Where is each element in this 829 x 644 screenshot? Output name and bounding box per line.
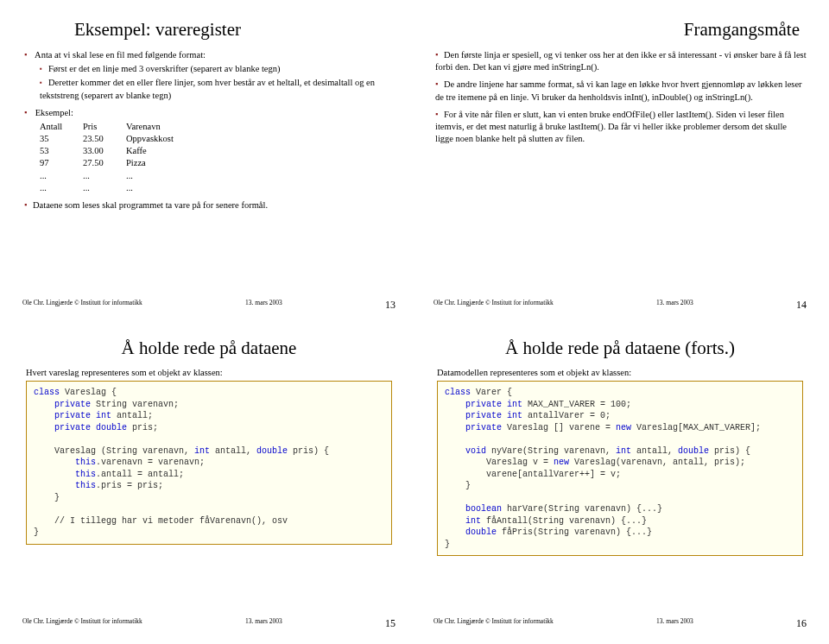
td: Kaffe: [126, 145, 230, 157]
slide-title: Framgangsmåte: [433, 19, 807, 41]
slide-content: Den første linja er spesiell, og vi tenk…: [433, 49, 807, 145]
td: 27.50: [83, 157, 126, 169]
slide-footer: Ole Chr. Lingjærde © Institutt for infor…: [433, 299, 807, 312]
td: 35: [40, 133, 83, 145]
slide-16: Å holde rede på dataene (forts.) Datamod…: [421, 329, 819, 634]
footer-date: 13. mars 2003: [656, 617, 693, 630]
slide-footer: Ole Chr. Lingjærde © Institutt for infor…: [22, 617, 396, 630]
table-row: 5333.00Kaffe: [40, 145, 396, 157]
example-table: AntallPrisVarenavn 3523.50Oppvaskkost 53…: [24, 121, 396, 194]
sub-bullet-text: Først er det en linje med 3 overskrifter…: [48, 64, 281, 73]
footer-author: Ole Chr. Lingjærde © Institutt for infor…: [22, 617, 142, 630]
table-row: .........: [40, 170, 396, 182]
td: ...: [83, 170, 126, 182]
bullet-text: Dataene som leses skal programmet ta var…: [33, 200, 268, 210]
footer-date: 13. mars 2003: [656, 299, 693, 312]
page-number: 16: [796, 617, 807, 630]
td: 33.00: [83, 145, 126, 157]
bullet: For å vite når filen er slutt, kan vi en…: [435, 109, 807, 146]
bullet: Dataene som leses skal programmet ta var…: [24, 199, 396, 212]
footer-date: 13. mars 2003: [245, 299, 282, 312]
bullet-text: Den første linja er spesiell, og vi tenk…: [435, 50, 807, 72]
table-row: .........: [40, 182, 396, 194]
bullet-text: Eksempel:: [35, 108, 73, 117]
slide-15: Å holde rede på dataene Hvert vareslag r…: [10, 329, 408, 634]
th: Pris: [83, 121, 126, 133]
page-number: 13: [385, 299, 396, 312]
td: 23.50: [83, 133, 126, 145]
footer-date: 13. mars 2003: [245, 617, 282, 630]
td: Oppvaskkost: [126, 133, 230, 145]
td: ...: [40, 170, 83, 182]
slide-intro: Datamodellen representeres som et objekt…: [437, 368, 807, 377]
slide-footer: Ole Chr. Lingjærde © Institutt for infor…: [433, 617, 807, 630]
slide-14: Framgangsmåte Den første linja er spesie…: [421, 10, 819, 315]
bullet-text: Anta at vi skal lese en fil med følgende…: [35, 50, 206, 60]
bullet: Eksempel: AntallPrisVarenavn 3523.50Oppv…: [24, 107, 396, 194]
slide-title: Å holde rede på dataene (forts.): [433, 338, 807, 359]
td: Pizza: [126, 157, 230, 169]
sub-bullet-text: Deretter kommer det en eller flere linje…: [40, 78, 375, 99]
table-row: 3523.50Oppvaskkost: [40, 133, 396, 145]
th: Varenavn: [126, 121, 230, 133]
slide-13: Eksempel: vareregister Anta at vi skal l…: [10, 10, 408, 315]
slide-title: Å holde rede på dataene: [22, 338, 396, 359]
footer-author: Ole Chr. Lingjærde © Institutt for infor…: [433, 617, 554, 630]
bullet: Den første linja er spesiell, og vi tenk…: [435, 49, 807, 73]
bullet-text: For å vite når filen er slutt, kan vi en…: [435, 110, 787, 143]
slide-title: Eksempel: vareregister: [74, 19, 396, 41]
td: 53: [40, 145, 83, 157]
code-block: class Vareslag { private String varenavn…: [26, 381, 392, 545]
bullet-text: De andre linjene har samme format, så vi…: [435, 79, 802, 101]
bullet: Anta at vi skal lese en fil med følgende…: [24, 49, 396, 102]
page-number: 14: [796, 299, 807, 312]
slide-content: Anta at vi skal lese en fil med følgende…: [22, 49, 396, 212]
table-row: 9727.50Pizza: [40, 157, 396, 169]
page-number: 15: [385, 617, 396, 630]
table-header: AntallPrisVarenavn: [40, 121, 396, 133]
td: ...: [40, 182, 83, 194]
slide-footer: Ole Chr. Lingjærde © Institutt for infor…: [22, 299, 396, 312]
sub-bullet: Først er det en linje med 3 overskrifter…: [40, 63, 396, 75]
td: 97: [40, 157, 83, 169]
td: ...: [126, 182, 230, 194]
code-block: class Varer { private int MAX_ANT_VARER …: [437, 381, 803, 556]
td: ...: [83, 182, 126, 194]
sub-bullet: Deretter kommer det en eller flere linje…: [40, 77, 396, 101]
footer-author: Ole Chr. Lingjærde © Institutt for infor…: [22, 299, 142, 312]
footer-author: Ole Chr. Lingjærde © Institutt for infor…: [433, 299, 554, 312]
bullet: De andre linjene har samme format, så vi…: [435, 79, 807, 103]
td: ...: [126, 170, 230, 182]
slide-intro: Hvert vareslag representeres som et obje…: [26, 368, 396, 377]
th: Antall: [40, 121, 83, 133]
